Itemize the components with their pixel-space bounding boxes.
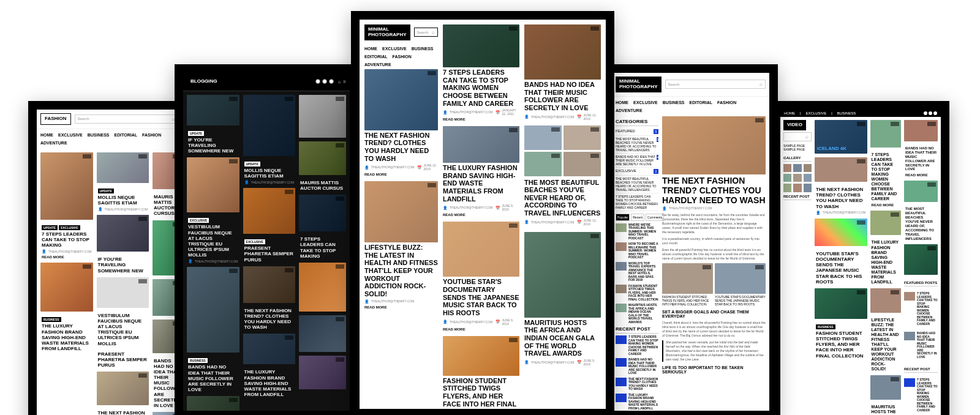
post-image[interactable] bbox=[97, 277, 149, 308]
search-input[interactable]: Search⌕ bbox=[665, 80, 766, 89]
post-title[interactable]: THE NEXT FASHION TREND? CLOTHES YOU HARD… bbox=[816, 187, 866, 209]
post-title[interactable]: YOUTUBE STAR'S DOCUMENTARY SENDS THE JAP… bbox=[443, 278, 519, 316]
post-title[interactable]: YOUTUBE STAR'S DOCUMENTARY SENDS THE JAP… bbox=[816, 251, 866, 285]
post-title[interactable]: MOLLIS NEQUE SAGITTIS ETIAM bbox=[98, 195, 148, 206]
post-image[interactable] bbox=[364, 181, 438, 242]
post-image[interactable] bbox=[299, 315, 346, 352]
post-image[interactable] bbox=[243, 95, 296, 156]
nav-exclusive[interactable]: EXCLUSIVE bbox=[382, 47, 407, 51]
logo[interactable]: MINIMAL PHOTOGRAPHY bbox=[364, 24, 410, 40]
post-image[interactable] bbox=[524, 24, 601, 80]
nav-fashion[interactable]: FASHION bbox=[142, 133, 161, 137]
post-image[interactable] bbox=[299, 263, 346, 312]
read-more-link[interactable]: READ MORE bbox=[443, 213, 519, 217]
post-title[interactable]: THE LUXURY FASHION BRAND SAVING HIGH-END… bbox=[244, 369, 295, 397]
post-image[interactable] bbox=[299, 195, 346, 231]
post-image[interactable] bbox=[524, 152, 562, 176]
post-image[interactable] bbox=[187, 157, 239, 212]
post-image[interactable] bbox=[815, 219, 867, 246]
post-image[interactable] bbox=[443, 222, 519, 277]
menu-icon[interactable]: ≡ bbox=[343, 79, 346, 84]
post-image[interactable] bbox=[299, 356, 346, 389]
nav-adventure[interactable]: ADVENTURE bbox=[364, 62, 391, 67]
read-more-link[interactable]: READ MORE bbox=[443, 327, 519, 331]
post-image[interactable] bbox=[564, 125, 601, 150]
post-title[interactable]: LIFESTYLE BUZZ: THE LATEST IN HEALTH AND… bbox=[872, 318, 900, 372]
logo[interactable]: VIDEO bbox=[783, 120, 806, 130]
hero-image[interactable] bbox=[443, 24, 519, 67]
post-image[interactable] bbox=[97, 372, 149, 405]
post-title[interactable]: MAURITIUS HOSTS THE AFRICA AND INDIAN OC… bbox=[872, 405, 900, 415]
read-more-link[interactable]: READ MORE bbox=[443, 118, 519, 121]
read-more-link[interactable]: READ MORE bbox=[364, 305, 438, 309]
post-title[interactable]: 7 STEPS LEADERS CAN TAKE TO STOP MAKING bbox=[300, 236, 345, 259]
post-title[interactable]: FASHION STUDENT STITCHED TWIGS FLYERS, A… bbox=[443, 377, 519, 409]
post-image[interactable] bbox=[299, 95, 346, 138]
post-title[interactable]: MAURITIUS HOSTS THE AFRICA AND INDIAN OC… bbox=[524, 319, 601, 357]
post-image[interactable] bbox=[40, 263, 93, 312]
read-more-link[interactable]: READ MORE bbox=[42, 255, 92, 259]
post-title[interactable]: THE LUXURY FASHION BRAND SAVING HIGH-END… bbox=[42, 323, 92, 351]
nav-home[interactable]: HOME bbox=[40, 133, 53, 137]
category-item[interactable]: BANDS HAD NO IDEA THAT THEIR MUSIC FOLLO… bbox=[616, 154, 658, 168]
search-input[interactable]: Search⌕ bbox=[414, 28, 438, 37]
post-image[interactable] bbox=[564, 152, 601, 176]
post-title[interactable]: MOLLIS NEQUE SAGITTIS ETIAM bbox=[244, 168, 295, 179]
read-more-link[interactable]: READ MORE bbox=[364, 173, 438, 176]
search-icon[interactable]: ⌕ bbox=[338, 79, 341, 84]
logo[interactable]: BLOGGING bbox=[187, 77, 221, 87]
search-input[interactable]: Search⌕ bbox=[75, 114, 178, 124]
nav-business[interactable]: BUSINESS bbox=[412, 47, 434, 51]
category-item[interactable]: THE MOST BEAUTIFUL BEACHES YOU'VE NEVER … bbox=[616, 136, 658, 154]
video-hero[interactable]: ICELAND 4K bbox=[815, 120, 867, 154]
tab-comments[interactable]: Comments bbox=[646, 214, 664, 221]
post-image[interactable] bbox=[524, 125, 562, 150]
post-title[interactable]: MAURIS MATTIS AUCTOR CURSUS bbox=[300, 180, 345, 191]
post-image[interactable] bbox=[187, 267, 239, 353]
post-title[interactable]: PRAESENT PHARETRA SEMPER PURUS bbox=[98, 351, 148, 368]
post-title[interactable]: FASHION STUDENT STITCHED TWIGS FLYERS, A… bbox=[816, 331, 866, 359]
category-item[interactable]: THE MOST BEAUTIFUL BEACHES YOU'VE NEVER … bbox=[616, 176, 658, 193]
nav-home[interactable]: HOME bbox=[364, 47, 377, 51]
post-title[interactable]: 7 STEPS LEADERS CAN TAKE TO STOP MAKING … bbox=[872, 152, 900, 201]
logo[interactable]: MINIMAL PHOTOGRAPHY bbox=[616, 77, 662, 92]
nav-business[interactable]: BUSINESS bbox=[88, 133, 110, 137]
post-title[interactable]: THE NEXT FASHION TREND? CLOTHES YOU HARD… bbox=[364, 132, 438, 163]
post-title[interactable]: IF YOU'RE TRAVELING SOMEWHERE NEW bbox=[188, 137, 238, 154]
tab-recent[interactable]: Recent bbox=[631, 214, 644, 221]
post-image[interactable] bbox=[97, 152, 149, 183]
nav-editorial[interactable]: EDITORIAL bbox=[364, 54, 388, 59]
post-image[interactable] bbox=[243, 334, 296, 364]
post-title[interactable]: THE MOST BEAUTIFUL BEACHES YOU'VE NEVER … bbox=[524, 179, 601, 217]
post-image[interactable] bbox=[904, 244, 938, 275]
nav-sample[interactable]: SAMPLE PAGE bbox=[783, 148, 812, 151]
post-image[interactable] bbox=[187, 396, 239, 411]
post-title[interactable]: PRAESENT PHARETRA SEMPER PURUS bbox=[244, 245, 295, 263]
post-image[interactable] bbox=[815, 288, 867, 319]
search-input[interactable]: ⌕ bbox=[783, 132, 812, 141]
post-title[interactable]: BANDS HAD NO IDEA THAT THEIR MUSIC FOLLO… bbox=[524, 81, 601, 112]
post-image[interactable] bbox=[870, 375, 901, 400]
post-image[interactable] bbox=[243, 188, 296, 234]
post-title[interactable]: BANDS HAD NO IDEA THAT THEIR MUSIC FOLLO… bbox=[188, 364, 238, 392]
post-title[interactable]: LIFESTYLE BUZZ: THE LATEST IN HEALTH AND… bbox=[364, 244, 438, 297]
nav-adventure[interactable]: ADVENTURE bbox=[40, 141, 67, 145]
post-title[interactable]: 7 STEPS LEADERS CAN TAKE TO STOP MAKING … bbox=[443, 69, 519, 107]
tab-popular[interactable]: Popular bbox=[616, 214, 630, 221]
post-image[interactable] bbox=[524, 232, 601, 318]
post-image[interactable] bbox=[243, 266, 296, 303]
post-image[interactable] bbox=[364, 69, 438, 130]
post-image[interactable] bbox=[40, 152, 93, 220]
nav-exclusive[interactable]: EXCLUSIVE bbox=[58, 133, 83, 137]
post-image[interactable] bbox=[443, 126, 519, 163]
post-image[interactable] bbox=[870, 120, 901, 148]
post-title[interactable]: THE LUXURY FASHION BRAND SAVING HIGH-END… bbox=[443, 164, 519, 203]
post-title[interactable]: THE NEXT FASHION TREND? CLOTHES YOU HARD… bbox=[244, 308, 295, 331]
post-title[interactable]: VESTIBULUM FAUCIBUS NEQUE AT LACUS TRIST… bbox=[98, 313, 148, 346]
post-image[interactable] bbox=[870, 288, 901, 313]
post-image[interactable] bbox=[97, 215, 149, 252]
post-title[interactable]: VESTIBULUM FAUCIBUS NEQUE AT LACUS TRIST… bbox=[188, 224, 238, 258]
post-image[interactable] bbox=[815, 157, 867, 182]
category-item[interactable]: 7 STEPS LEADERS CAN TAKE TO STOP MAKING … bbox=[616, 193, 658, 211]
post-image[interactable] bbox=[299, 141, 346, 175]
